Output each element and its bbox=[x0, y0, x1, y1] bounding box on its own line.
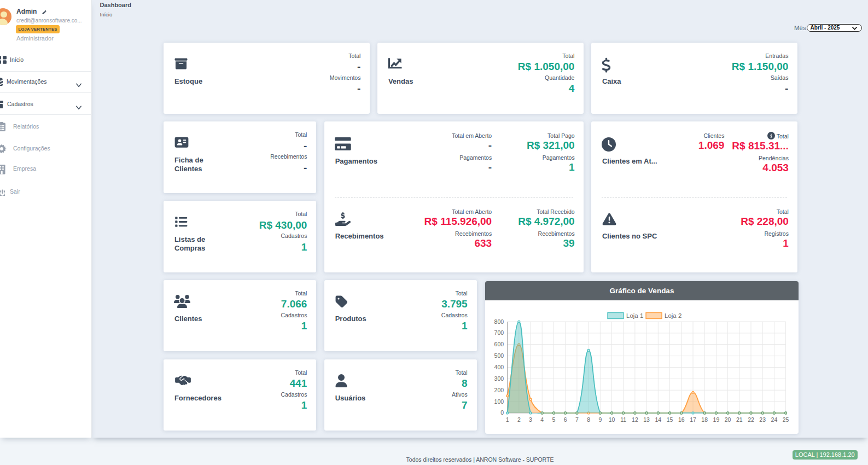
svg-text:800: 800 bbox=[494, 318, 504, 324]
svg-text:18: 18 bbox=[701, 416, 708, 422]
svg-text:3: 3 bbox=[529, 416, 532, 422]
svg-text:13: 13 bbox=[643, 416, 650, 422]
svg-text:14: 14 bbox=[655, 416, 661, 422]
svg-text:17: 17 bbox=[690, 416, 696, 422]
svg-text:Loja 2: Loja 2 bbox=[665, 312, 681, 319]
svg-text:600: 600 bbox=[494, 341, 504, 347]
svg-text:400: 400 bbox=[494, 363, 504, 370]
svg-text:11: 11 bbox=[620, 416, 626, 422]
svg-text:23: 23 bbox=[759, 416, 766, 422]
svg-text:8: 8 bbox=[587, 416, 590, 422]
svg-text:24: 24 bbox=[771, 416, 778, 422]
svg-text:Loja 1: Loja 1 bbox=[626, 312, 643, 319]
svg-text:22: 22 bbox=[748, 416, 754, 422]
svg-text:20: 20 bbox=[725, 416, 731, 422]
svg-text:25: 25 bbox=[783, 416, 789, 422]
svg-text:4: 4 bbox=[540, 416, 544, 422]
svg-text:5: 5 bbox=[552, 416, 555, 422]
svg-text:15: 15 bbox=[667, 416, 673, 422]
svg-text:21: 21 bbox=[736, 416, 743, 422]
svg-text:9: 9 bbox=[598, 416, 602, 422]
svg-text:200: 200 bbox=[494, 386, 504, 393]
svg-text:300: 300 bbox=[494, 375, 504, 381]
svg-text:1: 1 bbox=[506, 416, 509, 422]
svg-text:700: 700 bbox=[494, 329, 504, 336]
svg-text:6: 6 bbox=[564, 416, 567, 422]
svg-text:12: 12 bbox=[632, 416, 638, 422]
svg-text:2: 2 bbox=[517, 416, 521, 422]
svg-text:500: 500 bbox=[494, 352, 504, 359]
svg-text:10: 10 bbox=[609, 416, 615, 422]
svg-text:19: 19 bbox=[713, 416, 720, 422]
svg-text:7: 7 bbox=[575, 416, 579, 422]
svg-text:16: 16 bbox=[678, 416, 685, 422]
svg-text:0: 0 bbox=[500, 409, 504, 416]
svg-text:100: 100 bbox=[494, 398, 504, 404]
